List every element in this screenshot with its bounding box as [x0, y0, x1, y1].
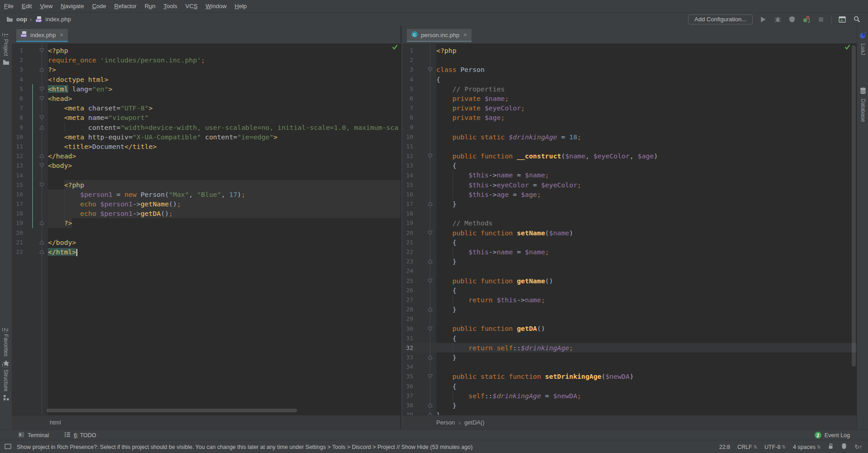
fold-marker-close[interactable] [424, 355, 436, 360]
code-line[interactable]: </html> [48, 247, 401, 257]
code-line[interactable]: <meta http-equiv="X-UA-Compatible" conte… [48, 132, 401, 142]
fold-marker-close[interactable] [36, 249, 48, 254]
tool-stripe-structure[interactable]: 7: Structure [0, 363, 12, 402]
vcs-change-marker[interactable] [32, 103, 33, 113]
code-line[interactable] [436, 209, 857, 218]
vcs-change-marker[interactable] [32, 218, 33, 228]
fold-marker-open[interactable] [424, 67, 436, 72]
vcs-change-marker[interactable] [32, 209, 33, 218]
code-line[interactable]: </head> [48, 151, 401, 161]
toolwindow-todo[interactable]: 6: TODO [64, 432, 96, 439]
code-line[interactable]: { [436, 161, 857, 170]
code-line[interactable] [48, 228, 401, 238]
code-line[interactable]: private $eyeColor; [436, 103, 857, 113]
horizontal-scrollbar[interactable] [47, 409, 297, 412]
fold-marker-open[interactable] [424, 326, 436, 331]
tool-stripe-favorites[interactable]: 2: Favorites [0, 328, 12, 367]
inspections-ok-icon[interactable] [844, 44, 850, 51]
code-line[interactable]: content="width=device-width, user-scalab… [48, 123, 401, 132]
left-code-area[interactable]: <?phprequire_once 'includes/person.inc.p… [48, 43, 401, 415]
code-line[interactable] [436, 55, 857, 65]
code-line[interactable]: ?> [48, 218, 401, 228]
code-line[interactable]: <meta name="viewport" [48, 113, 401, 122]
tab-person-inc-php[interactable]: C person.inc.php ✕ [407, 29, 472, 42]
breadcrumb-html[interactable]: html [50, 419, 61, 426]
search-icon[interactable] [853, 15, 861, 24]
fold-marker-close[interactable] [424, 201, 436, 206]
code-line[interactable]: <?php [436, 46, 857, 55]
run-icon[interactable] [759, 15, 767, 24]
code-line[interactable]: { [436, 334, 857, 343]
vcs-change-marker[interactable] [32, 123, 33, 132]
code-line[interactable]: <head> [48, 94, 401, 103]
code-line[interactable]: { [436, 381, 857, 391]
fold-marker-open[interactable] [36, 182, 48, 187]
menu-file[interactable]: File [0, 3, 18, 10]
code-line[interactable]: ?> [48, 65, 401, 74]
code-line[interactable]: require_once 'includes/person.inc.php'; [48, 55, 401, 65]
fold-marker-open[interactable] [424, 153, 436, 158]
fold-marker-open[interactable] [424, 230, 436, 235]
fold-marker-close[interactable] [36, 240, 48, 245]
code-line[interactable]: $this->eyeColor = $eyeColor; [436, 180, 857, 190]
code-line[interactable]: public function __construct($name, $eyeC… [436, 151, 857, 161]
inspection-profile-icon[interactable] [841, 443, 847, 451]
add-configuration-button[interactable]: Add Configuration... [688, 14, 753, 24]
fold-marker-close[interactable] [424, 412, 436, 415]
toolwindow-terminal[interactable]: Terminal [18, 432, 49, 439]
fold-marker-open[interactable] [36, 163, 48, 168]
vcs-change-marker[interactable] [32, 94, 33, 103]
window-icon[interactable] [5, 443, 11, 451]
code-line[interactable]: public static function setDrinkingAge($n… [436, 372, 857, 381]
code-line[interactable]: } [436, 199, 857, 209]
fold-marker-close[interactable] [36, 220, 48, 225]
code-line[interactable]: $this->name = $name; [436, 247, 857, 257]
code-line[interactable]: } [436, 257, 857, 266]
lock-icon[interactable] [828, 443, 834, 451]
code-line[interactable]: <?php [48, 180, 401, 190]
code-line[interactable]: // Properties [436, 84, 857, 94]
left-editor-viewport[interactable]: 12345678910111213141516171819202122 <?ph… [12, 43, 401, 415]
code-line[interactable]: return $this->name; [436, 295, 857, 305]
code-line[interactable]: private $age; [436, 113, 857, 122]
code-line[interactable]: </body> [48, 238, 401, 247]
vertical-scrollbar[interactable] [852, 45, 856, 367]
right-code-area[interactable]: <?phpclass Person{ // Properties private… [436, 43, 857, 415]
code-line[interactable] [436, 266, 857, 276]
code-line[interactable]: <!doctype html> [48, 75, 401, 84]
code-line[interactable] [436, 314, 857, 324]
fold-marker-close[interactable] [424, 403, 436, 408]
tool-stripe-project[interactable]: 1: Project [0, 33, 12, 67]
code-line[interactable]: // Methods [436, 218, 857, 228]
code-line[interactable]: $this->age = $age; [436, 190, 857, 199]
code-line[interactable]: echo $person1->getDA(); [48, 209, 401, 218]
code-line[interactable]: } [436, 305, 857, 314]
breadcrumb-file[interactable]: index.php [46, 16, 71, 23]
fold-marker-close[interactable] [36, 125, 48, 130]
stop-icon[interactable] [817, 15, 825, 24]
fold-marker-open[interactable] [36, 86, 48, 91]
code-line[interactable]: return self::$drinkingAge; [436, 343, 857, 353]
code-line[interactable]: } [436, 353, 857, 362]
vcs-change-marker[interactable] [32, 199, 33, 209]
code-line[interactable]: <?php [48, 46, 401, 55]
code-line[interactable] [436, 123, 857, 132]
code-line[interactable]: } [436, 401, 857, 410]
code-line[interactable] [436, 142, 857, 151]
vcs-change-marker[interactable] [32, 84, 33, 94]
fold-marker-open[interactable] [36, 115, 48, 120]
fold-marker-close[interactable] [424, 259, 436, 264]
code-line[interactable]: class Person [436, 65, 857, 74]
code-line[interactable]: echo $person1->getName(); [48, 199, 401, 209]
code-line[interactable]: { [436, 238, 857, 247]
menu-view[interactable]: View [36, 3, 57, 10]
code-line[interactable]: { [436, 75, 857, 84]
code-line[interactable]: public function getDA() [436, 324, 857, 333]
vcs-change-marker[interactable] [32, 113, 33, 122]
menu-tools[interactable]: Tools [160, 3, 181, 10]
right-editor-viewport[interactable]: 1234567891011121314151617181920212223242… [402, 43, 857, 415]
menu-edit[interactable]: Edit [18, 3, 36, 10]
fold-marker-close[interactable] [424, 307, 436, 312]
code-line[interactable]: public static $drinkingAge = 18; [436, 132, 857, 142]
code-line[interactable]: <meta charset="UTF-8"> [48, 103, 401, 113]
